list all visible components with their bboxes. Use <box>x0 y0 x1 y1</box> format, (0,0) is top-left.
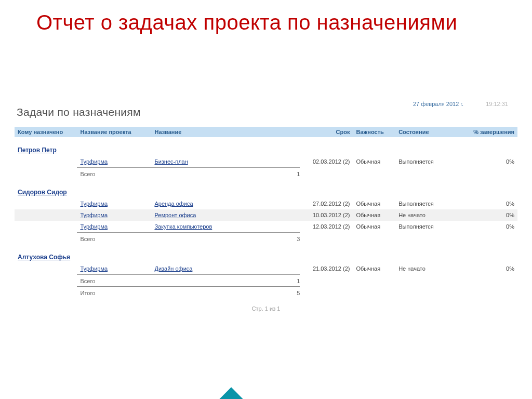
task-status: Выполняется <box>395 156 464 168</box>
task-deadline: 10.03.2012 (2) <box>300 209 353 221</box>
pager: Стр. 1 из 1 <box>15 305 517 312</box>
assignee-link[interactable]: Сидоров Сидор <box>18 189 67 196</box>
col-name: Название <box>151 127 300 137</box>
grandtotal-count: 5 <box>151 287 300 299</box>
project-link[interactable]: Турфирма <box>80 158 108 165</box>
task-priority: Обычная <box>353 156 395 168</box>
project-link[interactable]: Турфирма <box>80 223 108 230</box>
task-link[interactable]: Аренда офиса <box>154 201 193 207</box>
col-assignee: Кому назначено <box>15 127 77 137</box>
task-status: Выполняется <box>395 221 464 233</box>
task-link[interactable]: Дизайн офиса <box>154 265 192 272</box>
report-time: 19:12:31 <box>486 101 508 107</box>
task-priority: Обычная <box>353 221 395 233</box>
task-pct: 0% <box>464 221 517 233</box>
task-row: ТурфирмаРемронт офиса10.03.2012 (2)Обычн… <box>15 209 517 221</box>
task-row: ТурфирмаДизайн офиса21.03.2012 (2)Обычна… <box>15 263 517 275</box>
grandtotal-label: Итого <box>77 287 151 299</box>
slide-title: Отчет о задачах проекта по назначениями <box>0 0 532 34</box>
subtotal-label: Всего <box>77 233 151 245</box>
project-link[interactable]: Турфирма <box>80 265 108 272</box>
group-header: Сидоров Сидор <box>15 179 517 198</box>
task-pct: 0% <box>464 263 517 275</box>
assignee-link[interactable]: Петров Петр <box>18 147 57 154</box>
project-link[interactable]: Турфирма <box>80 201 108 207</box>
col-priority: Важность <box>353 127 395 137</box>
subtotal-count: 1 <box>151 168 300 180</box>
task-priority: Обычная <box>353 209 395 221</box>
task-deadline: 12.03.2012 (2) <box>300 221 353 233</box>
task-pct: 0% <box>464 209 517 221</box>
task-pct: 0% <box>464 156 517 168</box>
col-status: Состояние <box>395 127 464 137</box>
subtotal-label: Всего <box>77 275 151 287</box>
table-header: Кому назначено Название проекта Название… <box>15 127 517 137</box>
task-row: ТурфирмаЗакупка компьютеров12.03.2012 (2… <box>15 221 517 233</box>
col-project: Название проекта <box>77 127 151 137</box>
task-pct: 0% <box>464 198 517 209</box>
report-panel: 27 февраля 2012 г. 19:12:31 Задачи по на… <box>15 101 517 312</box>
group-header: Петров Петр <box>15 137 517 156</box>
task-priority: Обычная <box>353 198 395 209</box>
subtotal-row: Всего3 <box>15 233 517 245</box>
subtotal-row: Всего1 <box>15 275 517 287</box>
report-date: 27 февраля 2012 г. <box>413 101 463 107</box>
task-deadline: 21.03.2012 (2) <box>300 263 353 275</box>
col-deadline: Срок <box>300 127 353 137</box>
task-row: ТурфирмаАренда офиса27.02.2012 (2)Обычна… <box>15 198 517 209</box>
subtotal-row: Всего1 <box>15 168 517 180</box>
task-deadline: 02.03.2012 (2) <box>300 156 353 168</box>
task-link[interactable]: Ремронт офиса <box>154 212 196 218</box>
subtotal-label: Всего <box>77 168 151 180</box>
table-body: Петров ПетрТурфирмаБизнес-план02.03.2012… <box>15 137 517 298</box>
task-row: ТурфирмаБизнес-план02.03.2012 (2)Обычная… <box>15 156 517 168</box>
grandtotal-row: Итого5 <box>15 287 517 299</box>
task-link[interactable]: Бизнес-план <box>154 158 188 165</box>
report-meta: 27 февраля 2012 г. 19:12:31 <box>413 101 508 107</box>
subtotal-count: 3 <box>151 233 300 245</box>
task-priority: Обычная <box>353 263 395 275</box>
task-status: Выполняется <box>395 198 464 209</box>
assignee-link[interactable]: Алтухова Софья <box>18 254 70 261</box>
task-status: Не начато <box>395 263 464 275</box>
task-link[interactable]: Закупка компьютеров <box>154 223 212 230</box>
col-pct: % завершения <box>464 127 517 137</box>
task-status: Не начато <box>395 209 464 221</box>
subtotal-count: 1 <box>151 275 300 287</box>
project-link[interactable]: Турфирма <box>80 212 108 218</box>
task-deadline: 27.02.2012 (2) <box>300 198 353 209</box>
report-table: Кому назначено Название проекта Название… <box>15 127 517 298</box>
group-header: Алтухова Софья <box>15 244 517 263</box>
